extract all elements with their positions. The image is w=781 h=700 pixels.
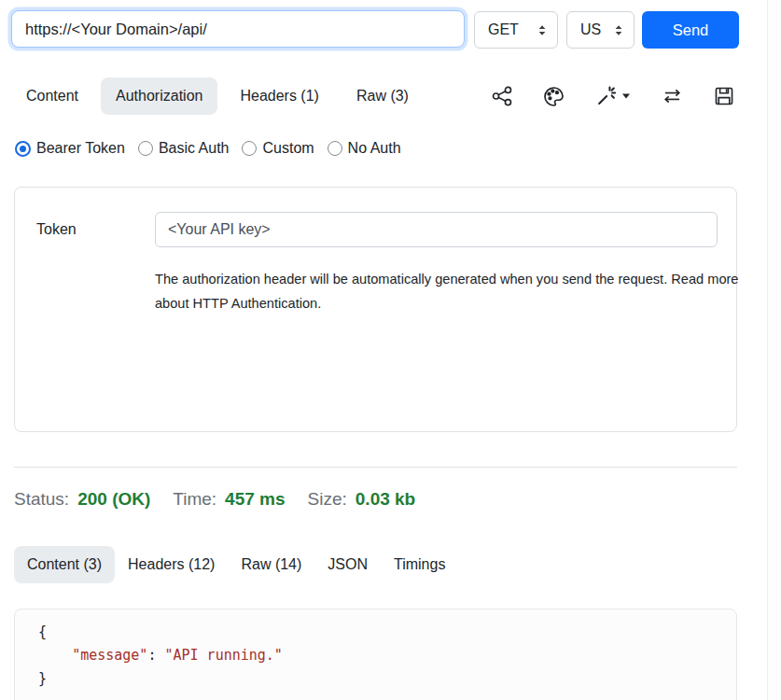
size-value: 0.03 kb — [356, 489, 415, 510]
response-tabs: Content (3) Headers (12) Raw (14) JSON T… — [14, 546, 458, 583]
response-tab-content[interactable]: Content (3) — [14, 546, 115, 583]
auth-radio-label: Custom — [262, 140, 314, 157]
share-icon[interactable] — [492, 86, 512, 106]
response-tab-raw[interactable]: Raw (14) — [228, 546, 314, 583]
time-stat: Time: 457 ms — [173, 489, 285, 510]
response-status-bar: Status: 200 (OK) Time: 457 ms Size: 0.03… — [14, 485, 415, 513]
auth-radio-custom[interactable]: Custom — [242, 140, 314, 157]
status-label: Status: — [14, 489, 69, 510]
response-tab-timings[interactable]: Timings — [381, 546, 458, 583]
response-tab-json[interactable]: JSON — [314, 546, 381, 583]
save-icon[interactable] — [714, 86, 734, 106]
status-value: 200 (OK) — [77, 489, 150, 510]
status-stat: Status: 200 (OK) — [14, 489, 150, 510]
caret-down-icon — [621, 92, 631, 100]
tab-content[interactable]: Content — [11, 77, 93, 115]
authorization-panel: Token The authorization header will be a… — [14, 187, 737, 432]
api-client-page: GET US Send Content Authorization Header… — [0, 0, 781, 700]
right-rail — [767, 0, 781, 700]
radio-icon[interactable] — [15, 141, 31, 157]
region-select-value: US — [580, 21, 601, 38]
magic-wand-icon[interactable] — [595, 86, 631, 106]
auth-help-line2: about HTTP Authentication. — [155, 292, 738, 316]
url-input[interactable] — [11, 10, 465, 48]
tab-headers[interactable]: Headers (1) — [225, 77, 333, 115]
time-value: 457 ms — [225, 489, 285, 510]
request-tabs: Content Authorization Headers (1) Raw (3… — [11, 77, 424, 115]
swap-arrows-icon[interactable] — [662, 86, 683, 106]
token-input[interactable] — [155, 212, 718, 247]
method-select[interactable]: GET — [474, 11, 558, 49]
auth-radio-label: Bearer Token — [36, 140, 125, 157]
auth-radio-basic-auth[interactable]: Basic Auth — [138, 140, 230, 157]
response-tab-headers[interactable]: Headers (12) — [115, 546, 228, 583]
palette-icon[interactable] — [543, 86, 565, 107]
radio-icon[interactable] — [242, 141, 257, 156]
response-body-panel: { "message": "API running."} — [14, 609, 737, 700]
method-select-value: GET — [488, 21, 519, 38]
request-toolbar — [492, 77, 734, 115]
size-label: Size: — [308, 489, 347, 510]
auth-help-line1: The authorization header will be automat… — [155, 268, 738, 292]
size-stat: Size: 0.03 kb — [308, 489, 416, 510]
auth-help-text: The authorization header will be automat… — [155, 268, 738, 315]
auth-radio-label: No Auth — [348, 140, 401, 157]
region-select[interactable]: US — [566, 11, 635, 49]
time-label: Time: — [173, 489, 216, 510]
select-updown-icon — [613, 24, 624, 36]
tab-authorization[interactable]: Authorization — [101, 77, 217, 115]
radio-icon[interactable] — [138, 141, 153, 156]
response-body-code: { "message": "API running."} — [38, 621, 736, 691]
auth-type-group: Bearer Token Basic Auth Custom No Auth — [15, 138, 401, 159]
tab-raw[interactable]: Raw (3) — [342, 77, 424, 115]
section-divider — [14, 467, 737, 468]
auth-radio-label: Basic Auth — [159, 140, 230, 157]
auth-radio-no-auth[interactable]: No Auth — [328, 140, 401, 157]
auth-radio-bearer-token[interactable]: Bearer Token — [15, 140, 125, 157]
radio-icon[interactable] — [328, 141, 342, 156]
send-button[interactable]: Send — [642, 11, 739, 49]
token-label: Token — [36, 212, 77, 247]
select-updown-icon — [537, 24, 548, 36]
